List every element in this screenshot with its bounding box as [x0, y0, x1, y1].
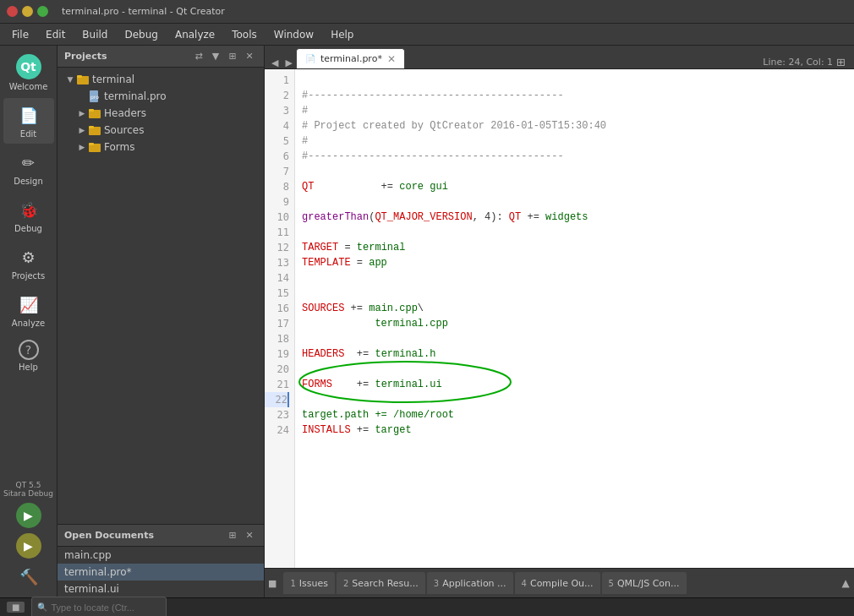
run-icon: ▶ — [24, 509, 33, 522]
window-controls[interactable] — [7, 6, 48, 17]
edit-label: Edit — [20, 129, 36, 139]
debug-icon: 🐞 — [17, 198, 41, 221]
open-docs-close[interactable]: ✕ — [242, 528, 257, 543]
window-title: terminal.pro - terminal - Qt Creator — [62, 6, 225, 17]
tab-nav-right[interactable]: ▶ — [282, 57, 295, 68]
folder-icon-headers — [88, 106, 101, 120]
sidebar-item-projects[interactable]: ⚙️ Projects — [3, 240, 54, 286]
run-controls: QT 5.5 Sitara Debug ▶ ▶ 🔨 — [0, 481, 57, 597]
sidebar-item-welcome[interactable]: Qt Welcome — [3, 49, 54, 96]
run-debug-button[interactable]: ▶ — [16, 533, 41, 559]
tree-item-headers[interactable]: ▶ Headers — [57, 105, 264, 122]
open-docs-title: Open Documents — [64, 530, 222, 541]
tab-label-compile: Compile Ou... — [530, 578, 594, 589]
project-tree[interactable]: ▼ terminal ▶ pro terminal.pro ▶ — [57, 68, 264, 524]
projects-title: Projects — [64, 51, 188, 62]
titlebar: terminal.pro - terminal - Qt Creator — [0, 0, 854, 24]
sidebar-item-analyze[interactable]: 📈 Analyze — [3, 287, 54, 333]
sync-button[interactable]: ⇄ — [191, 49, 206, 64]
open-docs-toolbar: ⊞ ✕ — [225, 528, 257, 543]
projects-label: Projects — [12, 271, 45, 281]
tab-num-2: 2 — [343, 579, 348, 588]
run-button[interactable]: ▶ — [16, 503, 41, 528]
tree-arrow-forms: ▶ — [76, 143, 88, 151]
doc-label-pro: terminal.pro* — [64, 566, 132, 578]
menu-window[interactable]: Window — [266, 27, 322, 42]
status-panel-button[interactable]: ■ — [7, 602, 25, 613]
tree-item-forms[interactable]: ▶ Forms — [57, 139, 264, 155]
tree-item-terminal-pro[interactable]: ▶ pro terminal.pro — [57, 88, 264, 105]
editor-area: ◀ ▶ 📄 terminal.pro* ✕ Line: 24, Col: 1 ⊞… — [265, 46, 854, 597]
locator-input[interactable] — [51, 602, 161, 613]
svg-rect-9 — [89, 143, 94, 145]
sidebar-item-edit[interactable]: 📄 Edit — [3, 98, 54, 144]
debug-label: Debug — [14, 224, 42, 233]
code-editor[interactable]: #---------------------------------------… — [295, 69, 854, 568]
build-button[interactable]: 🔨 — [16, 564, 41, 589]
icon-sidebar: Qt Welcome 📄 Edit ✏️ Design 🐞 Debug ⚙️ P… — [0, 46, 57, 597]
editor-body[interactable]: 1 2 3 4 5 6 7 8 9 10 11 12 13 14 15 16 1… — [265, 69, 854, 568]
sidebar-item-design[interactable]: ✏️ Design — [3, 145, 54, 191]
menu-analyze[interactable]: Analyze — [167, 27, 223, 42]
open-doc-terminal-ui[interactable]: terminal.ui — [57, 581, 264, 597]
minimize-button[interactable] — [22, 6, 33, 17]
open-docs-header: Open Documents ⊞ ✕ — [57, 525, 264, 547]
folder-icon-forms — [88, 140, 101, 154]
edit-icon: 📄 — [17, 103, 41, 127]
add-tab-button[interactable]: ⊞ — [836, 56, 846, 68]
menu-debug[interactable]: Debug — [116, 27, 166, 42]
tab-terminal-pro[interactable]: 📄 terminal.pro* ✕ — [296, 48, 405, 68]
help-icon: ? — [19, 340, 39, 360]
menu-file[interactable]: File — [3, 27, 37, 42]
menu-edit[interactable]: Edit — [37, 27, 74, 42]
tree-arrow-terminal: ▼ — [64, 75, 76, 84]
maximize-button[interactable] — [37, 6, 48, 17]
tree-item-terminal[interactable]: ▼ terminal — [57, 71, 264, 88]
menu-help[interactable]: Help — [322, 27, 362, 42]
tree-label-sources: Sources — [104, 124, 144, 136]
analyze-icon: 📈 — [17, 292, 41, 316]
locator-widget[interactable]: 🔍 — [31, 597, 167, 617]
sidebar-item-debug[interactable]: 🐞 Debug — [3, 193, 54, 238]
main-area: Qt Welcome 📄 Edit ✏️ Design 🐞 Debug ⚙️ P… — [0, 46, 854, 597]
bottom-tab-issues[interactable]: 1 Issues — [283, 572, 335, 594]
close-button[interactable] — [7, 6, 18, 17]
projects-toolbar: ⇄ ▼ ⊞ ✕ — [191, 49, 257, 64]
tab-num-1: 1 — [290, 579, 295, 588]
bottom-tabs: 1 Issues 2 Search Resu... 3 Application … — [280, 569, 837, 597]
bottom-tab-application[interactable]: 3 Application ... — [427, 572, 513, 594]
svg-rect-7 — [89, 126, 94, 128]
bottom-tab-qml[interactable]: 5 QML/JS Con... — [602, 572, 687, 594]
svg-text:pro: pro — [90, 94, 99, 101]
menu-build[interactable]: Build — [74, 27, 116, 42]
help-label: Help — [19, 363, 38, 372]
tree-label-headers: Headers — [104, 107, 146, 119]
sidebar-item-help[interactable]: ? Help — [3, 335, 54, 377]
close-panel-button[interactable]: ✕ — [242, 49, 257, 64]
menu-tools[interactable]: Tools — [223, 27, 266, 42]
bottom-tab-compile[interactable]: 4 Compile Ou... — [515, 572, 600, 594]
open-doc-terminal-pro[interactable]: terminal.pro* — [57, 564, 264, 581]
folder-icon-sources — [88, 123, 101, 137]
expand-button[interactable]: ⊞ — [225, 49, 240, 64]
open-docs-panel: Open Documents ⊞ ✕ main.cpp terminal.pro… — [57, 524, 264, 597]
tab-close-button[interactable]: ✕ — [387, 53, 396, 65]
doc-label-main: main.cpp — [64, 549, 112, 561]
svg-rect-1 — [77, 75, 82, 78]
bottom-panel-toggle[interactable]: ■ — [265, 578, 280, 589]
tree-arrow-headers: ▶ — [76, 109, 88, 117]
tab-label-search: Search Resu... — [352, 578, 418, 589]
folder-icon-terminal — [76, 73, 90, 86]
bottom-panel-arrow[interactable]: ▲ — [837, 572, 854, 594]
tab-label-issues: Issues — [299, 578, 328, 589]
open-doc-main-cpp[interactable]: main.cpp — [57, 547, 264, 564]
filter-button[interactable]: ▼ — [208, 49, 223, 64]
tab-nav-left[interactable]: ◀ — [268, 57, 282, 68]
analyze-label: Analyze — [12, 319, 45, 328]
tree-label-pro: terminal.pro — [104, 90, 167, 102]
open-docs-expand[interactable]: ⊞ — [225, 528, 240, 543]
projects-header: Projects ⇄ ▼ ⊞ ✕ — [57, 46, 264, 68]
open-docs-list: main.cpp terminal.pro* terminal.ui — [57, 547, 264, 597]
tree-item-sources[interactable]: ▶ Sources — [57, 122, 264, 139]
bottom-tab-search[interactable]: 2 Search Resu... — [337, 572, 425, 594]
